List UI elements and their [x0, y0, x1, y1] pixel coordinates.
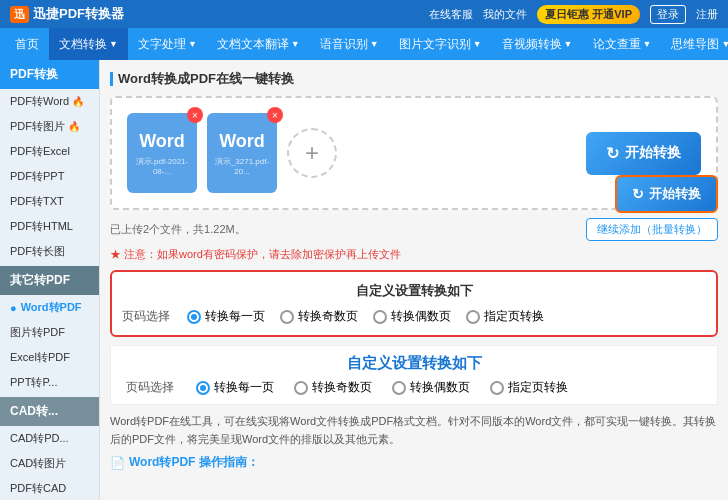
custom-radio-specify-circle: [490, 381, 504, 395]
sidebar-item-word-pdf[interactable]: ●Word转PDF: [0, 295, 99, 320]
settings-title: 自定义设置转换如下: [122, 282, 706, 300]
sidebar: PDF转换 PDF转Word 🔥 PDF转图片 🔥 PDF转Excel PDF转…: [0, 60, 100, 500]
radio-every-page-label: 转换每一页: [205, 308, 265, 325]
guide-title-label: Word转PDF 操作指南：: [129, 454, 259, 471]
description-text: Word转PDF在线工具，可在线实现将Word文件转换成PDF格式文档。针对不同…: [110, 413, 718, 448]
radio-odd-page-label: 转换奇数页: [298, 308, 358, 325]
radio-every-page-circle: [187, 310, 201, 324]
sidebar-section-pdf: PDF转换: [0, 60, 99, 89]
vip-button[interactable]: 夏日钜惠 开通VIP: [537, 5, 640, 24]
logo: 迅 迅捷PDF转换器: [10, 5, 124, 23]
sidebar-section-cad: CAD转...: [0, 397, 99, 426]
register-button[interactable]: 注册: [696, 7, 718, 22]
page-title: Word转换成PDF在线一键转换: [110, 70, 718, 88]
continue-add-button[interactable]: 继续添加（批量转换）: [586, 218, 718, 241]
file-close-btn-2[interactable]: ×: [267, 107, 283, 123]
file-close-btn-1[interactable]: ×: [187, 107, 203, 123]
sidebar-item-pdf-word[interactable]: PDF转Word 🔥: [0, 89, 99, 114]
custom-radio-odd[interactable]: 转换奇数页: [294, 379, 372, 396]
logo-text: 迅捷PDF转换器: [33, 5, 124, 23]
custom-radio-specify-label: 指定页转换: [508, 379, 568, 396]
custom-radio-every[interactable]: 转换每一页: [196, 379, 274, 396]
custom-banner-title: 自定义设置转换如下: [126, 354, 702, 373]
file-name-2: 演示_3271.pdf-20...: [207, 156, 277, 176]
guide-title: 📄 Word转PDF 操作指南：: [110, 454, 718, 471]
file-card-1: × Word 演示.pdf-2021-08-...: [127, 113, 197, 193]
radio-specify-page-label: 指定页转换: [484, 308, 544, 325]
custom-radio-every-circle: [196, 381, 210, 395]
sidebar-item-image-pdf[interactable]: 图片转PDF: [0, 320, 99, 345]
top-bar-right: 在线客服 我的文件 夏日钜惠 开通VIP 登录 注册: [429, 5, 718, 24]
radio-even-page[interactable]: 转换偶数页: [373, 308, 451, 325]
guide-icon: 📄: [110, 456, 125, 470]
start-btn-float-label: 开始转换: [649, 185, 701, 203]
sidebar-item-cad-pdf[interactable]: CAD转PD...: [0, 426, 99, 451]
sidebar-item-cad-image[interactable]: CAD转图片: [0, 451, 99, 476]
sidebar-item-pdf-html[interactable]: PDF转HTML: [0, 214, 99, 239]
radio-odd-page-circle: [280, 310, 294, 324]
radio-odd-page[interactable]: 转换奇数页: [280, 308, 358, 325]
custom-radio-every-label: 转换每一页: [214, 379, 274, 396]
file-word-label-2: Word: [219, 131, 265, 152]
radio-even-page-label: 转换偶数页: [391, 308, 451, 325]
refresh-icon-float: ↻: [632, 186, 644, 202]
sidebar-item-excel-pdf[interactable]: Excel转PDF: [0, 345, 99, 370]
custom-radio-specify[interactable]: 指定页转换: [490, 379, 568, 396]
my-files-link[interactable]: 我的文件: [483, 7, 527, 22]
custom-radio-even-label: 转换偶数页: [410, 379, 470, 396]
nav-av-convert[interactable]: 音视频转换 ▼: [492, 28, 583, 60]
radio-specify-page-circle: [466, 310, 480, 324]
notice-bar: ★ 注意：如果word有密码保护，请去除加密保护再上传文件: [110, 247, 718, 262]
file-name-1: 演示.pdf-2021-08-...: [127, 156, 197, 176]
content-area: Word转换成PDF在线一键转换 × Word 演示.pdf-2021-08-.…: [100, 60, 728, 500]
sidebar-item-pdf-long[interactable]: PDF转长图: [0, 239, 99, 264]
custom-radio-odd-label: 转换奇数页: [312, 379, 372, 396]
start-btn-label: 开始转换: [625, 144, 681, 162]
custom-label: 页码选择: [126, 379, 176, 396]
sidebar-item-pdf-txt[interactable]: PDF转TXT: [0, 189, 99, 214]
login-button[interactable]: 登录: [650, 5, 686, 24]
nav-home[interactable]: 首页: [5, 28, 49, 60]
nav-paper[interactable]: 论文查重 ▼: [583, 28, 662, 60]
sidebar-item-pdf-excel[interactable]: PDF转Excel: [0, 139, 99, 164]
sidebar-item-pdf-ppt[interactable]: PDF转PPT: [0, 164, 99, 189]
custom-radio-even-circle: [392, 381, 406, 395]
custom-radio-odd-circle: [294, 381, 308, 395]
radio-specify-page[interactable]: 指定页转换: [466, 308, 544, 325]
sidebar-item-ppt-pdf[interactable]: PPT转P...: [0, 370, 99, 395]
radio-even-page-circle: [373, 310, 387, 324]
file-word-label-1: Word: [139, 131, 185, 152]
sidebar-section-other: 其它转PDF: [0, 266, 99, 295]
nav-mindmap[interactable]: 思维导图 ▼: [661, 28, 728, 60]
nav-speech[interactable]: 语音识别 ▼: [310, 28, 389, 60]
refresh-icon: ↻: [606, 144, 619, 163]
nav-bar: 首页 文档转换 ▼ 文字处理 ▼ 文档文本翻译 ▼ 语音识别 ▼ 图片文字识别 …: [0, 28, 728, 60]
upload-info-text: 已上传2个文件，共1.22M。: [110, 222, 246, 237]
add-file-button[interactable]: +: [287, 128, 337, 178]
settings-box: 自定义设置转换如下 页码选择 转换每一页 转换奇数页 转换偶数页 指定页转换: [110, 270, 718, 337]
custom-banner: 自定义设置转换如下 页码选择 转换每一页 转换奇数页 转换偶数页 指定页转换: [110, 345, 718, 405]
radio-every-page[interactable]: 转换每一页: [187, 308, 265, 325]
file-card-2: × Word 演示_3271.pdf-20...: [207, 113, 277, 193]
nav-doc-convert[interactable]: 文档转换 ▼: [49, 28, 128, 60]
nav-ocr[interactable]: 图片文字识别 ▼: [389, 28, 492, 60]
main-layout: PDF转换 PDF转Word 🔥 PDF转图片 🔥 PDF转Excel PDF转…: [0, 60, 728, 500]
sidebar-item-pdf-image[interactable]: PDF转图片 🔥: [0, 114, 99, 139]
start-convert-float-button[interactable]: ↻ 开始转换: [615, 175, 718, 213]
start-convert-button[interactable]: ↻ 开始转换: [586, 132, 701, 175]
logo-icon: 迅: [10, 6, 29, 23]
upload-info-bar: 已上传2个文件，共1.22M。 继续添加（批量转换）: [110, 218, 718, 241]
nav-text-process[interactable]: 文字处理 ▼: [128, 28, 207, 60]
notice-text: 注意：如果word有密码保护，请去除加密保护再上传文件: [124, 248, 401, 260]
online-service-link[interactable]: 在线客服: [429, 7, 473, 22]
settings-label: 页码选择: [122, 308, 172, 325]
custom-row: 页码选择 转换每一页 转换奇数页 转换偶数页 指定页转换: [126, 379, 702, 396]
sidebar-item-pdf-cad[interactable]: PDF转CAD: [0, 476, 99, 500]
nav-doc-translate[interactable]: 文档文本翻译 ▼: [207, 28, 310, 60]
custom-radio-even[interactable]: 转换偶数页: [392, 379, 470, 396]
top-bar: 迅 迅捷PDF转换器 在线客服 我的文件 夏日钜惠 开通VIP 登录 注册: [0, 0, 728, 28]
settings-row: 页码选择 转换每一页 转换奇数页 转换偶数页 指定页转换: [122, 308, 706, 325]
